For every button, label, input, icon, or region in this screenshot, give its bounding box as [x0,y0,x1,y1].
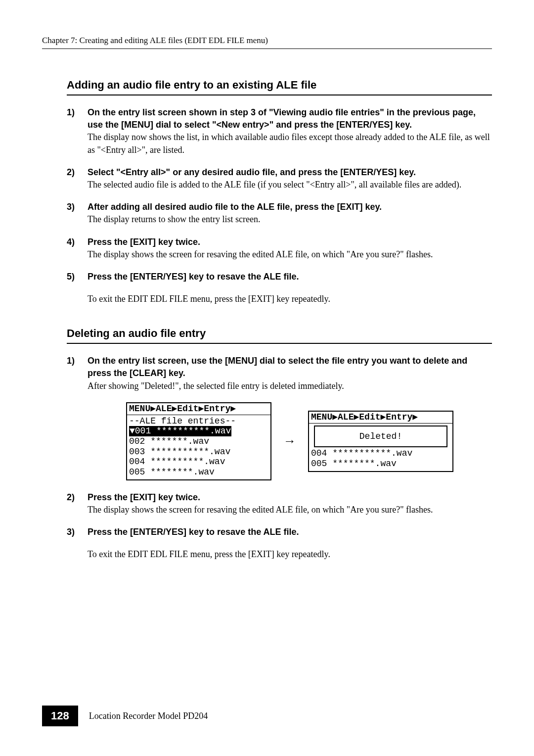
step-desc: After showing "Deleted!", the selected f… [88,381,344,391]
arrow-right-icon: → [283,433,296,449]
step-item: 3) Press the [ENTER/YES] key to resave t… [67,526,492,538]
step-number: 1) [67,106,88,156]
section1-steps: 1) On the entry list screen shown in ste… [67,106,492,305]
step-lead: Select "<Entry all>" or any desired audi… [88,167,416,177]
step-number: 3) [67,201,88,226]
step-number: 2) [67,491,88,516]
step-item: 4) Press the [EXIT] key twice. The displ… [67,236,492,261]
lcd-left: MENU▶ALE▶Edit▶Entry▶ --ALE file entries-… [126,402,271,480]
step-lead: Press the [ENTER/YES] key to resave the … [88,527,299,537]
section1-heading: Adding an audio file entry to an existin… [67,79,492,95]
step-number: 5) [67,271,88,283]
section2-steps-b: 2) Press the [EXIT] key twice. The displ… [67,491,492,561]
lcd-line: 004 ***********.wav [311,448,450,459]
lcd-popup: Deleted! [314,425,447,448]
step-desc: The selected audio file is added to the … [88,180,461,189]
page-number: 128 [42,706,78,726]
step-number: 1) [67,355,88,392]
lcd-line: 004 **********.wav [129,457,268,467]
lcd-line: 002 *******.wav [129,436,268,447]
step-lead: Press the [EXIT] key twice. [88,237,200,247]
step-item: 1) On the entry list screen shown in ste… [67,106,492,156]
lcd-line: 005 ********.wav [129,467,268,477]
lcd-line: 005 ********.wav [311,459,450,469]
lcd-line: 003 ***********.wav [129,447,268,457]
lcd-breadcrumb: MENU▶ALE▶Edit▶Entry▶ [127,403,270,415]
step-lead: On the entry list screen, use the [MENU]… [88,356,467,378]
step-desc: The display now shows the list, in which… [88,132,490,154]
step-desc: The display returns to show the entry li… [88,214,260,224]
step-item: 1) On the entry list screen, use the [ME… [67,355,492,392]
step-number: 2) [67,166,88,191]
step-lead: On the entry list screen shown in step 3… [88,107,476,130]
lcd-selected-line: ▼001 **********.wav [129,426,231,436]
step-item: 3) After adding all desired audio file t… [67,201,492,226]
lcd-header-line: --ALE file entries-- [129,416,268,426]
lcd-right: MENU▶ALE▶Edit▶Entry▶ Deleted! 004 ******… [308,411,453,472]
step-item: 2) Select "<Entry all>" or any desired a… [67,166,492,191]
step-number: 4) [67,236,88,261]
lcd-breadcrumb: MENU▶ALE▶Edit▶Entry▶ [309,412,452,424]
footer-model: Location Recorder Model PD204 [89,711,208,721]
step-number: 3) [67,526,88,538]
section2-steps-a: 1) On the entry list screen, use the [ME… [67,355,492,392]
page-footer: 128 Location Recorder Model PD204 [42,706,208,726]
section2-after: To exit the EDIT EDL FILE menu, press th… [88,548,492,561]
step-lead: Press the [ENTER/YES] key to resave the … [88,272,299,282]
step-desc: The display shows the screen for resavin… [88,505,433,515]
running-header: Chapter 7: Creating and editing ALE file… [42,36,492,49]
step-desc: The display shows the screen for resavin… [88,249,433,259]
step-item: 5) Press the [ENTER/YES] key to resave t… [67,271,492,283]
lcd-figure-row: MENU▶ALE▶Edit▶Entry▶ --ALE file entries-… [88,402,492,480]
section1-after: To exit the EDIT EDL FILE menu, press th… [88,293,492,305]
step-item: 2) Press the [EXIT] key twice. The displ… [67,491,492,516]
step-lead: After adding all desired audio file to t… [88,202,382,212]
step-lead: Press the [EXIT] key twice. [88,492,200,502]
section2-heading: Deleting an audio file entry [67,327,492,344]
